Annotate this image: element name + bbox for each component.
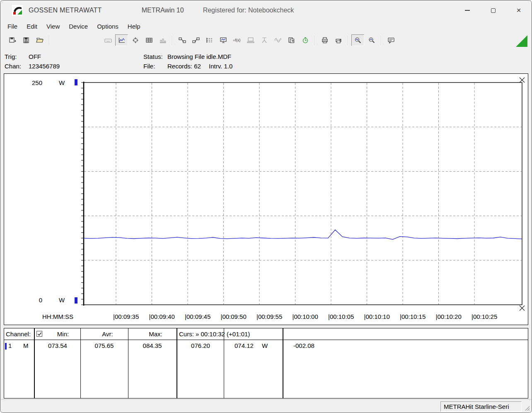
app-window: GOSSEN METRAWATT METRAwin 10 Registered … (0, 0, 532, 413)
app-name: GOSSEN METRAWATT (29, 7, 102, 14)
toolbar-separator (314, 35, 315, 45)
monitor-live-icon (220, 37, 227, 44)
plot-area[interactable] (80, 82, 525, 308)
toolbar-separator (381, 35, 382, 45)
menu-options[interactable]: Options (92, 22, 123, 31)
file-save-button[interactable] (19, 34, 32, 46)
minimize-button[interactable] (455, 0, 480, 20)
print-preview-icon (321, 37, 329, 44)
cell-channel-mode: M (23, 342, 29, 349)
level-meter-button[interactable] (203, 34, 216, 46)
measurement-table: Channel: Min: Avr: Max: Curs: » 00:10:32… (4, 328, 528, 398)
file-open-icon (9, 37, 16, 44)
folder-open-button[interactable] (33, 34, 46, 46)
pc-offline-icon (247, 37, 254, 44)
table-divider (34, 328, 35, 398)
file-open-button[interactable] (6, 34, 19, 46)
y-axis-unit-bottom: W (59, 296, 65, 304)
file-status: Status:Browsing File idle.MDF (143, 52, 232, 61)
zoom-amplitude-button[interactable] (351, 34, 364, 46)
monitor-live-button[interactable] (217, 34, 230, 46)
toolbar-separator (172, 35, 173, 45)
y-axis-unit-top: W (59, 79, 65, 86)
cursor-handle-bottom-icon[interactable] (519, 305, 525, 311)
cell-cursor-unit: W (262, 342, 268, 349)
maximize-button[interactable] (480, 0, 506, 20)
menu-edit[interactable]: Edit (22, 22, 42, 31)
toolbar-separator (49, 35, 50, 45)
annotation-icon (387, 37, 395, 44)
line-chart-view-button[interactable] (115, 34, 128, 46)
export-data-button[interactable] (285, 34, 298, 46)
export-data-icon (288, 37, 295, 44)
cell-cursor-delta: -002.08 (293, 342, 314, 349)
device-receive-icon (192, 37, 200, 44)
chart-panel[interactable]: 250 W 0 W HH:MM:SS |00:09:35|00:09:40|00… (4, 73, 528, 325)
menu-device[interactable]: Device (64, 22, 92, 31)
keyboard-button[interactable] (102, 34, 114, 46)
table-header-underline (4, 340, 528, 340)
x-axis-labels: |00:09:35|00:09:40|00:09:45|00:09:50|00:… (4, 313, 528, 322)
y-axis-min-label: 0 (24, 296, 42, 304)
toolbar-separator (348, 35, 348, 45)
print-preview-button[interactable] (318, 34, 331, 46)
annotation-button[interactable] (384, 34, 397, 46)
menubar: File Edit View Device Options Help (0, 20, 532, 32)
folder-open-icon (36, 37, 44, 44)
zoom-amplitude-icon (354, 37, 362, 44)
signal-branch-icon (261, 37, 268, 44)
zoom-time-icon (368, 37, 375, 44)
window-title: METRAwin 10 (142, 7, 184, 14)
file-save-icon (22, 37, 30, 44)
device-send-button[interactable] (176, 34, 189, 46)
line-chart-icon (118, 37, 126, 44)
check-icon (37, 332, 42, 336)
close-button[interactable]: × (506, 0, 532, 20)
resize-grip[interactable] (524, 405, 530, 411)
app-logo-icon (12, 5, 23, 16)
crosshair-view-button[interactable] (129, 34, 142, 46)
x-tick-label: |00:10:25 (472, 313, 497, 320)
close-icon: × (516, 6, 521, 15)
channel-color-bar (5, 343, 7, 350)
x-tick-label: |00:10:20 (436, 313, 462, 320)
crosshair-icon (132, 37, 139, 44)
table-divider (177, 328, 177, 398)
waveform-icon (274, 37, 282, 44)
file-records: File:Records: 62Intrv. 1.0 (143, 61, 232, 71)
menu-help[interactable]: Help (123, 22, 145, 31)
corner-triangle-icon (516, 35, 527, 47)
menu-view[interactable]: View (42, 22, 64, 31)
cursor-handle-top-icon[interactable] (519, 77, 525, 83)
x-tick-label: |00:09:55 (256, 313, 282, 320)
table-view-button[interactable] (143, 34, 155, 46)
channel-marker-top (75, 79, 77, 85)
timer-button[interactable] (299, 34, 312, 46)
chart-table-splitter[interactable] (4, 325, 528, 328)
x-tick-label: |00:09:35 (113, 313, 139, 320)
menu-file[interactable]: File (3, 22, 22, 31)
titlebar: GOSSEN METRAWATT METRAwin 10 Registered … (0, 0, 532, 20)
print-icon (335, 37, 342, 44)
signal-branch-button[interactable] (258, 34, 271, 46)
trigger-status: Trig:OFF (5, 52, 60, 61)
print-button[interactable] (332, 34, 345, 46)
x-tick-label: |00:10:10 (364, 313, 390, 320)
pc-offline-button[interactable] (244, 34, 257, 46)
waveform-button[interactable] (271, 34, 284, 46)
device-receive-button[interactable] (189, 34, 202, 46)
x-tick-label: |00:10:00 (293, 313, 318, 320)
y-axis-max-label: 250 (24, 79, 42, 86)
toolbar: =f(x) (0, 32, 532, 49)
channel-visibility-checkbox[interactable] (36, 331, 42, 337)
x-tick-label: |00:09:40 (149, 313, 175, 320)
x-tick-label: |00:09:50 (221, 313, 247, 320)
col-header-max: Max: (135, 330, 177, 338)
bar-chart-view-button[interactable] (156, 34, 169, 46)
zoom-time-button[interactable] (365, 34, 378, 46)
formula-icon: =f(x) (232, 37, 242, 44)
statusbar: METRAHit Starline-Seri (0, 399, 532, 413)
formula-button[interactable]: =f(x) (230, 34, 243, 46)
cell-min: 073.54 (35, 342, 80, 349)
data-table-icon (145, 37, 153, 44)
